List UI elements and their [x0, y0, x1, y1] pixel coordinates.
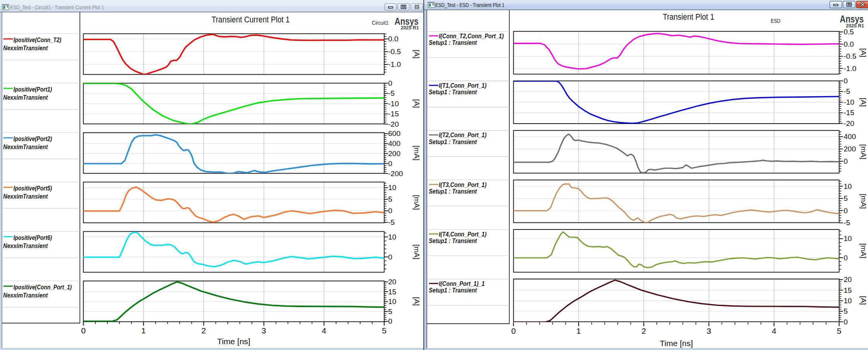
svg-text:2: 2 [641, 326, 646, 335]
svg-text:-1.0: -1.0 [844, 65, 856, 73]
svg-text:0: 0 [844, 157, 848, 165]
svg-text:0: 0 [81, 326, 86, 335]
svg-text:ESD_Test - Circuit1 - Transien: ESD_Test - Circuit1 - Transient Current … [10, 4, 104, 10]
svg-text:0: 0 [388, 317, 393, 325]
svg-text:NexximTransient: NexximTransient [3, 193, 48, 200]
svg-text:I(T4,Conn_Port_1): I(T4,Conn_Port_1) [439, 231, 487, 238]
svg-text:20: 20 [388, 278, 396, 286]
svg-text:-20: -20 [844, 119, 854, 127]
svg-text:1: 1 [141, 326, 146, 335]
svg-text:0: 0 [511, 326, 516, 335]
svg-text:10: 10 [388, 297, 396, 306]
svg-text:0: 0 [844, 318, 848, 326]
svg-text:0.0: 0.0 [388, 35, 398, 43]
svg-text:Setup1 : Transient: Setup1 : Transient [429, 39, 477, 46]
svg-text:NexximTransient: NexximTransient [3, 44, 48, 51]
svg-text:5: 5 [844, 307, 848, 315]
svg-text:200: 200 [844, 145, 856, 153]
svg-text:5: 5 [382, 326, 386, 335]
svg-text:Ipositive(Conn_T2): Ipositive(Conn_T2) [14, 36, 62, 43]
svg-text:-200: -200 [388, 170, 403, 178]
svg-text:[A]: [A] [859, 296, 868, 305]
svg-text:[mA]: [mA] [859, 194, 868, 209]
svg-text:600: 600 [388, 129, 401, 138]
svg-text:5: 5 [388, 308, 393, 316]
svg-text:ESD: ESD [771, 18, 781, 24]
svg-text:5: 5 [844, 194, 848, 202]
svg-text:[A]: [A] [859, 48, 868, 57]
svg-text:I(Conn_T2,Conn_Port_1): I(Conn_T2,Conn_Port_1) [439, 33, 504, 39]
svg-text:10: 10 [844, 182, 852, 190]
svg-text:[mA]: [mA] [413, 145, 421, 160]
svg-text:15: 15 [388, 288, 396, 296]
svg-text:0: 0 [388, 207, 393, 215]
svg-text:-5: -5 [844, 87, 850, 95]
svg-text:Transient Plot 1: Transient Plot 1 [663, 12, 714, 22]
svg-text:Time [ns]: Time [ns] [217, 337, 251, 346]
svg-text:-0.5: -0.5 [844, 52, 856, 60]
svg-text:Ipositive(Port1): Ipositive(Port1) [14, 86, 52, 93]
svg-text:ESD_Test - ESD - Transient Plo: ESD_Test - ESD - Transient Plot 1 [435, 2, 504, 8]
svg-text:-5: -5 [388, 218, 395, 226]
svg-text:Transient Current Plot 1: Transient Current Plot 1 [212, 15, 290, 24]
svg-text:10: 10 [844, 297, 852, 305]
svg-text:NexximTransient: NexximTransient [3, 143, 48, 150]
svg-text:[mA]: [mA] [859, 144, 868, 159]
svg-text:-15: -15 [388, 110, 399, 118]
svg-text:NexximTransient: NexximTransient [3, 292, 48, 299]
svg-text:-20: -20 [388, 120, 399, 128]
svg-text:-5: -5 [388, 89, 395, 97]
svg-text:I(T3,Conn_Port_1): I(T3,Conn_Port_1) [439, 182, 487, 188]
svg-text:I(Conn_Port_1)_1: I(Conn_Port_1)_1 [439, 280, 485, 287]
svg-text:Setup1 : Transient: Setup1 : Transient [429, 287, 477, 294]
svg-text:[mA]: [mA] [413, 244, 421, 259]
svg-text:3: 3 [261, 326, 266, 335]
svg-text:10: 10 [844, 234, 852, 243]
svg-text:-5: -5 [844, 219, 850, 227]
svg-text:2025 R1: 2025 R1 [401, 25, 419, 31]
svg-text:I(T1,Conn_Port_1): I(T1,Conn_Port_1) [439, 82, 487, 89]
svg-text:I(T2,Conn_Port_1): I(T2,Conn_Port_1) [439, 132, 487, 138]
svg-text:Ipositive(Port6): Ipositive(Port6) [14, 234, 52, 241]
svg-text:15: 15 [844, 286, 852, 294]
svg-text:Setup1 : Transient: Setup1 : Transient [429, 89, 477, 95]
svg-text:Setup1 : Transient: Setup1 : Transient [429, 188, 477, 195]
svg-text:0: 0 [844, 207, 848, 215]
svg-text:0: 0 [388, 253, 393, 261]
svg-text:[A]: [A] [413, 99, 421, 108]
svg-text:0: 0 [844, 254, 848, 262]
svg-text:[A]: [A] [413, 297, 421, 306]
svg-text:4: 4 [322, 326, 326, 335]
svg-text:Ipositive(Port5): Ipositive(Port5) [14, 185, 52, 192]
svg-text:-0.5: -0.5 [388, 48, 401, 56]
svg-text:2: 2 [202, 326, 206, 335]
svg-text:10: 10 [388, 233, 396, 241]
svg-text:0.0: 0.0 [844, 40, 854, 48]
svg-text:20: 20 [844, 275, 852, 284]
svg-text:4: 4 [772, 326, 776, 335]
svg-text:Setup1 : Transient: Setup1 : Transient [429, 139, 477, 145]
svg-text:[mA]: [mA] [859, 243, 868, 258]
svg-text:Time [ns]: Time [ns] [660, 339, 693, 348]
svg-text:-10: -10 [844, 98, 854, 106]
svg-text:-15: -15 [844, 109, 854, 117]
svg-text:3: 3 [707, 326, 711, 335]
svg-text:NexximTransient: NexximTransient [3, 242, 48, 249]
svg-text:5: 5 [388, 195, 393, 203]
svg-text:5: 5 [837, 326, 842, 335]
svg-text:400: 400 [388, 139, 401, 148]
svg-text:-10: -10 [388, 100, 399, 108]
svg-text:1: 1 [576, 326, 581, 335]
svg-text:0.5: 0.5 [844, 28, 854, 36]
svg-text:[mA]: [mA] [413, 195, 421, 210]
svg-text:Ipositive(Port2): Ipositive(Port2) [14, 135, 52, 142]
svg-text:0: 0 [388, 79, 393, 87]
svg-text:0: 0 [388, 160, 393, 168]
svg-text:10: 10 [388, 183, 396, 192]
svg-text:Setup1 : Transient: Setup1 : Transient [429, 238, 477, 244]
svg-text:Circuit1: Circuit1 [372, 20, 388, 26]
svg-text:-1.0: -1.0 [388, 60, 401, 68]
svg-text:Ipositive(Conn_Port_1): Ipositive(Conn_Port_1) [14, 284, 72, 291]
svg-text:[A]: [A] [413, 49, 421, 58]
svg-text:0: 0 [844, 77, 848, 85]
